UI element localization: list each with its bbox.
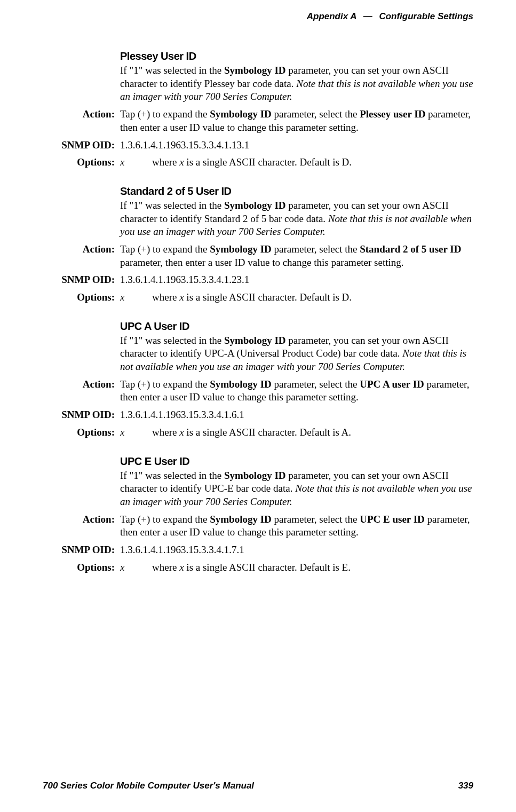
section-standard-2of5: Standard 2 of 5 User ID If "1" was selec…: [43, 184, 473, 304]
action-text: Tap (+) to expand the: [120, 108, 210, 120]
opt-text: is a single ASCII character. Default is …: [184, 562, 351, 573]
action-value: Tap (+) to expand the Symbology ID param…: [120, 378, 473, 404]
action-label: Action:: [43, 243, 120, 256]
section-intro: If "1" was selected in the Symbology ID …: [120, 334, 473, 374]
options-label: Options:: [43, 156, 120, 169]
section-intro: If "1" was selected in the Symbology ID …: [120, 64, 473, 104]
opt-text: is a single ASCII character. Default is …: [184, 156, 352, 168]
action-text: parameter, select the: [272, 243, 360, 255]
intro-text: If "1" was selected in the: [120, 65, 224, 76]
action-row: Action: Tap (+) to expand the Symbology …: [43, 108, 473, 134]
intro-bold: Symbology ID: [224, 470, 286, 481]
options-value: x where x is a single ASCII character. D…: [120, 561, 473, 574]
action-text: parameter, then enter a user ID value to…: [120, 257, 404, 268]
action-text: parameter, select the: [272, 514, 360, 525]
action-bold: Plessey user ID: [360, 108, 425, 120]
footer-manual-title: 700 Series Color Mobile Computer User's …: [43, 780, 254, 792]
opt-x: x: [179, 291, 184, 303]
intro-text: If "1" was selected in the: [120, 470, 224, 481]
section-plessey: Plessey User ID If "1" was selected in t…: [43, 49, 473, 169]
snmp-label: SNMP OID:: [43, 139, 120, 152]
opt-text: where: [152, 291, 179, 303]
action-text: Tap (+) to expand the: [120, 514, 210, 525]
section-intro: If "1" was selected in the Symbology ID …: [120, 469, 473, 509]
option-symbol: x: [120, 561, 152, 574]
options-label: Options:: [43, 291, 120, 304]
option-symbol: x: [120, 291, 152, 304]
footer-page-number: 339: [458, 780, 473, 792]
action-label: Action:: [43, 108, 120, 121]
opt-text: is a single ASCII character. Default is …: [184, 427, 351, 438]
action-bold: Symbology ID: [210, 379, 272, 390]
page-footer: 700 Series Color Mobile Computer User's …: [43, 780, 473, 792]
options-value: x where x is a single ASCII character. D…: [120, 426, 473, 439]
snmp-label: SNMP OID:: [43, 543, 120, 557]
snmp-label: SNMP OID:: [43, 408, 120, 422]
header-separator: —: [359, 11, 377, 21]
options-row: Options: x where x is a single ASCII cha…: [43, 156, 473, 169]
option-description: where x is a single ASCII character. Def…: [152, 291, 473, 304]
action-bold: Symbology ID: [210, 514, 272, 525]
snmp-row: SNMP OID: 1.3.6.1.4.1.1963.15.3.3.4.1.13…: [43, 139, 473, 152]
header-title: Configurable Settings: [379, 11, 473, 21]
section-intro: If "1" was selected in the Symbology ID …: [120, 199, 473, 239]
option-symbol: x: [120, 156, 152, 169]
action-value: Tap (+) to expand the Symbology ID param…: [120, 243, 473, 269]
action-bold: Symbology ID: [210, 243, 272, 255]
action-bold: Standard 2 of 5 user ID: [360, 243, 461, 255]
snmp-row: SNMP OID: 1.3.6.1.4.1.1963.15.3.3.4.1.23…: [43, 273, 473, 287]
section-upc-e: UPC E User ID If "1" was selected in the…: [43, 454, 473, 574]
option-description: where x is a single ASCII character. Def…: [152, 561, 473, 574]
section-title: Standard 2 of 5 User ID: [120, 184, 473, 198]
snmp-value: 1.3.6.1.4.1.1963.15.3.3.4.1.7.1: [120, 543, 473, 557]
opt-text: where: [152, 562, 179, 573]
snmp-row: SNMP OID: 1.3.6.1.4.1.1963.15.3.3.4.1.6.…: [43, 408, 473, 422]
options-row: Options: x where x is a single ASCII cha…: [43, 561, 473, 574]
action-text: Tap (+) to expand the: [120, 379, 210, 390]
section-upc-a: UPC A User ID If "1" was selected in the…: [43, 319, 473, 439]
intro-bold: Symbology ID: [224, 200, 286, 211]
action-bold: UPC E user ID: [360, 514, 425, 525]
options-row: Options: x where x is a single ASCII cha…: [43, 426, 473, 439]
options-value: x where x is a single ASCII character. D…: [120, 291, 473, 304]
action-text: Tap (+) to expand the: [120, 243, 210, 255]
section-title: Plessey User ID: [120, 49, 473, 63]
section-title: UPC A User ID: [120, 319, 473, 333]
action-value: Tap (+) to expand the Symbology ID param…: [120, 108, 473, 134]
snmp-value: 1.3.6.1.4.1.1963.15.3.3.4.1.23.1: [120, 273, 473, 287]
action-value: Tap (+) to expand the Symbology ID param…: [120, 513, 473, 539]
option-symbol: x: [120, 426, 152, 439]
option-description: where x is a single ASCII character. Def…: [152, 156, 473, 169]
action-bold: Symbology ID: [210, 108, 272, 120]
snmp-row: SNMP OID: 1.3.6.1.4.1.1963.15.3.3.4.1.7.…: [43, 543, 473, 557]
intro-bold: Symbology ID: [224, 335, 286, 346]
options-label: Options:: [43, 426, 120, 439]
opt-x: x: [179, 427, 184, 438]
opt-text: where: [152, 156, 179, 168]
action-label: Action:: [43, 513, 120, 526]
option-description: where x is a single ASCII character. Def…: [152, 426, 473, 439]
snmp-value: 1.3.6.1.4.1.1963.15.3.3.4.1.6.1: [120, 408, 473, 422]
action-row: Action: Tap (+) to expand the Symbology …: [43, 513, 473, 539]
opt-x: x: [179, 562, 184, 573]
action-label: Action:: [43, 378, 120, 391]
action-row: Action: Tap (+) to expand the Symbology …: [43, 243, 473, 269]
action-bold: UPC A user ID: [360, 379, 424, 390]
intro-text: If "1" was selected in the: [120, 335, 224, 346]
action-text: parameter, select the: [272, 108, 360, 120]
opt-x: x: [179, 156, 184, 168]
header-appendix: Appendix A: [307, 11, 356, 21]
section-title: UPC E User ID: [120, 454, 473, 468]
opt-text: where: [152, 427, 179, 438]
action-text: parameter, select the: [272, 379, 360, 390]
snmp-value: 1.3.6.1.4.1.1963.15.3.3.4.1.13.1: [120, 139, 473, 152]
snmp-label: SNMP OID:: [43, 273, 120, 287]
options-row: Options: x where x is a single ASCII cha…: [43, 291, 473, 304]
options-label: Options:: [43, 561, 120, 574]
opt-text: is a single ASCII character. Default is …: [184, 291, 352, 303]
page-header: Appendix A — Configurable Settings: [43, 11, 473, 22]
intro-bold: Symbology ID: [224, 65, 286, 76]
intro-text: If "1" was selected in the: [120, 200, 224, 211]
action-row: Action: Tap (+) to expand the Symbology …: [43, 378, 473, 404]
options-value: x where x is a single ASCII character. D…: [120, 156, 473, 169]
